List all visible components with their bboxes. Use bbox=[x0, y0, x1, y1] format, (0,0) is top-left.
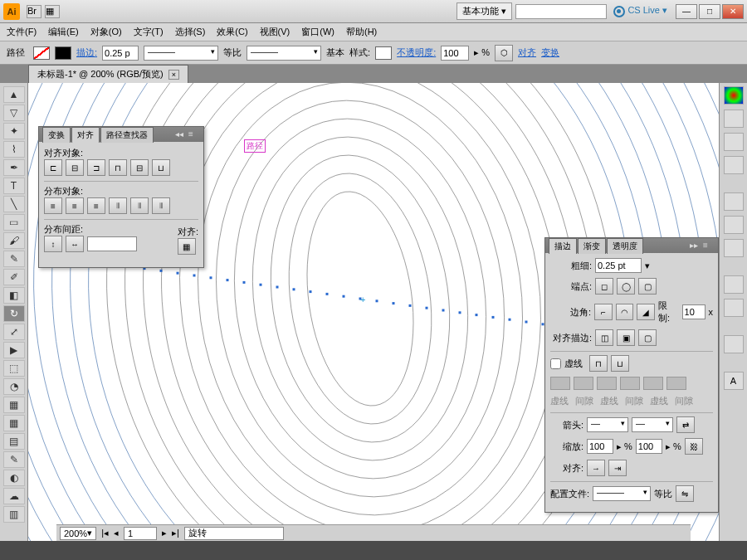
transform-link[interactable]: 变换 bbox=[541, 46, 559, 59]
blob-tool[interactable]: ✐ bbox=[3, 269, 25, 285]
flip-profile[interactable]: ⇋ bbox=[676, 485, 694, 502]
char-panel-icon[interactable]: A bbox=[724, 372, 744, 390]
tab-stroke[interactable]: 描边 bbox=[549, 238, 577, 254]
stroke-swatch[interactable] bbox=[55, 46, 71, 60]
eyedropper-tool[interactable]: ✎ bbox=[3, 451, 25, 468]
arrow-end[interactable]: — bbox=[632, 417, 673, 432]
cslive-link[interactable]: CS Live ▾ bbox=[613, 5, 667, 17]
stroke-panel-icon[interactable] bbox=[724, 192, 744, 211]
menu-select[interactable]: 选择(S) bbox=[175, 26, 206, 38]
menu-window[interactable]: 窗口(W) bbox=[301, 26, 334, 38]
symbol-tool[interactable]: ☁ bbox=[3, 488, 25, 504]
bridge-button[interactable]: Br bbox=[27, 5, 42, 18]
dist-vcenter[interactable]: ≡ bbox=[66, 197, 84, 214]
zoom-select[interactable]: 200% ▾ bbox=[60, 527, 96, 540]
tab-gradient[interactable]: 渐变 bbox=[578, 238, 606, 254]
rectangle-tool[interactable]: ▭ bbox=[3, 214, 25, 231]
profile-dropdown[interactable]: ——— bbox=[144, 46, 218, 61]
shape-builder-tool[interactable]: ◔ bbox=[3, 378, 25, 395]
menu-edit[interactable]: 编辑(E) bbox=[48, 26, 79, 38]
menu-effect[interactable]: 效果(C) bbox=[217, 26, 247, 38]
align-panel[interactable]: 变换 对齐 路径查找器 ◂◂ ≡ 对齐对象: ⊏ ⊟ ⊐ ⊓ ⊟ ⊔ 分布对象: bbox=[38, 126, 204, 268]
gap2[interactable] bbox=[620, 377, 640, 390]
join-round[interactable]: ◠ bbox=[616, 304, 634, 320]
graph-tool[interactable]: ▥ bbox=[3, 506, 25, 523]
cap-round[interactable]: ◯ bbox=[617, 278, 635, 295]
dash1[interactable] bbox=[550, 377, 570, 390]
menu-object[interactable]: 对象(O) bbox=[90, 26, 122, 38]
limit-input[interactable] bbox=[682, 304, 706, 319]
page-first[interactable]: |◂ bbox=[101, 528, 109, 538]
page-next[interactable]: ▸ bbox=[162, 528, 167, 538]
brush-dropdown[interactable]: ——— bbox=[247, 46, 321, 61]
align-link[interactable]: 对齐 bbox=[518, 46, 536, 59]
menu-view[interactable]: 视图(V) bbox=[260, 26, 290, 38]
pen-tool[interactable]: ✒ bbox=[3, 159, 25, 176]
align-bottom[interactable]: ⊔ bbox=[152, 159, 170, 176]
collapse-icon[interactable]: ◂◂ bbox=[175, 129, 187, 139]
stroke-link[interactable]: 描边: bbox=[76, 46, 97, 59]
dist-top[interactable]: ≡ bbox=[44, 197, 62, 214]
spacing-input[interactable] bbox=[87, 236, 137, 251]
arrow-align2[interactable]: ⇥ bbox=[608, 460, 627, 476]
align-hcenter[interactable]: ⊟ bbox=[66, 159, 84, 176]
scale1-input[interactable] bbox=[587, 439, 613, 454]
scale-tool[interactable]: ⤢ bbox=[3, 324, 25, 340]
arrow-align1[interactable]: → bbox=[587, 460, 605, 476]
direct-select-tool[interactable]: ▽ bbox=[3, 105, 25, 121]
dist-vspace[interactable]: ↕ bbox=[44, 236, 62, 252]
profile-select[interactable]: ——— bbox=[593, 486, 651, 501]
gradient-tool[interactable]: ▤ bbox=[3, 433, 25, 450]
dist-hcenter[interactable]: ⫴ bbox=[130, 197, 149, 214]
align-outside[interactable]: ▢ bbox=[638, 329, 657, 346]
join-miter[interactable]: ⌐ bbox=[594, 304, 613, 320]
workspace-switcher[interactable]: 基本功能 ▾ bbox=[456, 2, 512, 20]
scale2-input[interactable] bbox=[636, 439, 662, 454]
join-bevel[interactable]: ◢ bbox=[637, 304, 655, 320]
free-transform-tool[interactable]: ⬚ bbox=[3, 360, 25, 377]
dash2[interactable] bbox=[597, 377, 617, 390]
menu-help[interactable]: 帮助(H) bbox=[346, 26, 377, 38]
maximize-button[interactable]: □ bbox=[699, 4, 720, 19]
dist-left[interactable]: ⫴ bbox=[109, 197, 127, 214]
dist-bottom[interactable]: ≡ bbox=[87, 197, 105, 214]
color-panel-icon[interactable] bbox=[724, 86, 744, 105]
transparency-panel-icon[interactable] bbox=[724, 239, 744, 257]
dashed-checkbox[interactable] bbox=[550, 358, 561, 369]
width-tool[interactable]: ▶ bbox=[3, 342, 25, 358]
stroke-panel[interactable]: 描边 渐变 透明度 ▸▸ ≡ 粗细:▾ 端点:◻◯▢ 边角:⌐◠◢限制:x 对齐… bbox=[544, 237, 719, 513]
cap-square[interactable]: ▢ bbox=[638, 278, 657, 295]
canvas[interactable]: + 路径 变换 对齐 路径查找器 ◂◂ ≡ 对齐对象: ⊏ ⊟ ⊐ ⊓ ⊟ bbox=[28, 83, 719, 541]
eraser-tool[interactable]: ◧ bbox=[3, 287, 25, 304]
gradient-panel-icon[interactable] bbox=[724, 216, 744, 234]
align-left[interactable]: ⊏ bbox=[44, 159, 62, 176]
gap1[interactable] bbox=[574, 377, 593, 390]
dash3[interactable] bbox=[643, 377, 663, 390]
arrow-start[interactable]: — bbox=[587, 417, 628, 432]
appearance-panel-icon[interactable] bbox=[724, 275, 744, 294]
panel-menu-icon[interactable]: ≡ bbox=[703, 241, 715, 251]
opacity-link[interactable]: 不透明度: bbox=[397, 46, 436, 59]
close-button[interactable]: ✕ bbox=[722, 4, 744, 19]
perspective-tool[interactable]: ▦ bbox=[3, 397, 25, 413]
gap3[interactable] bbox=[666, 377, 686, 390]
line-tool[interactable]: ╲ bbox=[3, 196, 25, 212]
swap-arrows[interactable]: ⇄ bbox=[676, 416, 695, 433]
brush-tool[interactable]: 🖌 bbox=[3, 232, 25, 249]
dist-right[interactable]: ⫴ bbox=[152, 197, 170, 214]
layers-panel-icon[interactable] bbox=[724, 335, 744, 353]
recolor-button[interactable]: ⬡ bbox=[495, 45, 513, 61]
panel-menu-icon[interactable]: ≡ bbox=[188, 129, 200, 139]
search-input[interactable] bbox=[515, 4, 607, 19]
align-center[interactable]: ◫ bbox=[595, 329, 613, 346]
tab-transform[interactable]: 变换 bbox=[42, 127, 71, 143]
symbols-panel-icon[interactable] bbox=[724, 156, 744, 174]
tab-transparency[interactable]: 透明度 bbox=[607, 238, 643, 254]
align-top[interactable]: ⊓ bbox=[109, 159, 127, 176]
document-tab[interactable]: 未标题-1* @ 200% (RGB/预览)× bbox=[28, 65, 188, 83]
brushes-panel-icon[interactable] bbox=[724, 133, 744, 151]
swatches-panel-icon[interactable] bbox=[724, 110, 744, 128]
align-inside[interactable]: ▣ bbox=[617, 329, 635, 346]
stroke-weight-input[interactable] bbox=[102, 46, 139, 61]
fill-swatch[interactable] bbox=[33, 46, 50, 60]
